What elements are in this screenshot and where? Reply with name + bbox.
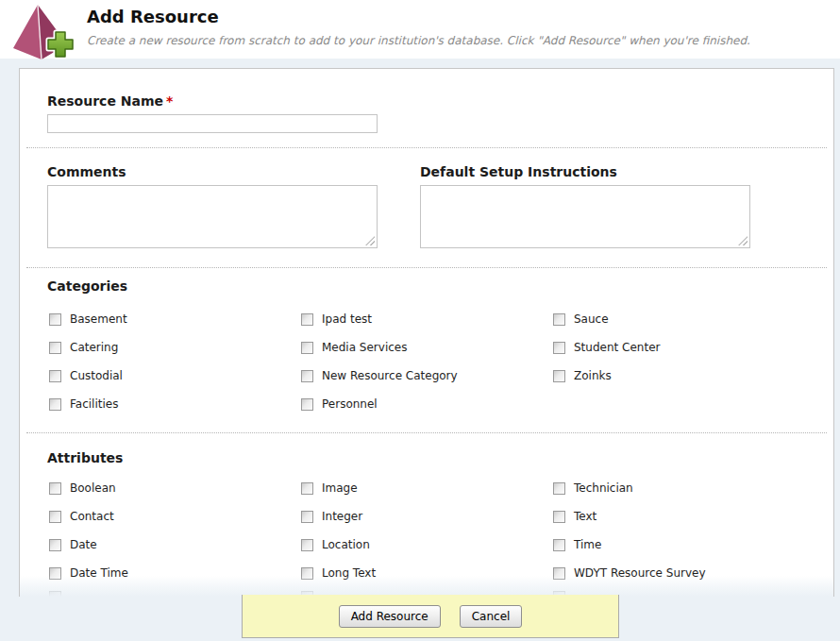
attribute-item: Technician	[553, 474, 805, 502]
category-item: Sauce	[553, 305, 805, 333]
category-item: Ipad test	[301, 305, 553, 333]
resource-name-label: Resource Name*	[47, 93, 173, 109]
footer-action-bar: Add Resource Cancel	[242, 595, 619, 638]
category-checkbox[interactable]	[553, 370, 565, 382]
add-resource-button[interactable]: Add Resource	[339, 605, 441, 628]
category-label: Media Services	[322, 341, 407, 354]
attribute-checkbox[interactable]	[49, 539, 61, 551]
section-separator	[26, 147, 827, 148]
category-label: Basement	[70, 312, 127, 326]
attribute-item: Date Time	[49, 559, 301, 587]
attribute-checkbox[interactable]	[49, 567, 61, 580]
comments-label: Comments	[47, 164, 126, 179]
category-item: Custodial	[49, 362, 301, 390]
attribute-checkbox[interactable]	[301, 567, 313, 580]
section-separator	[26, 432, 827, 433]
attribute-checkbox[interactable]	[301, 539, 313, 551]
attribute-label: WDYT Resource Survey	[574, 566, 706, 580]
attribute-checkbox[interactable]	[553, 539, 565, 551]
category-checkbox[interactable]	[553, 313, 565, 326]
attribute-label: Technician	[574, 481, 633, 495]
attribute-label: Location	[322, 538, 370, 551]
category-label: Custodial	[70, 369, 123, 382]
attributes-heading: Attributes	[47, 450, 123, 465]
attribute-item: Date	[49, 531, 301, 559]
attribute-item: Long Text	[301, 559, 553, 587]
default-setup-instructions-textarea[interactable]	[420, 185, 750, 248]
attribute-label: Integer	[322, 510, 362, 523]
required-asterisk: *	[166, 93, 173, 109]
resource-name-input[interactable]	[47, 114, 378, 133]
form-panel: Resource Name* Comments Default Setup In…	[19, 68, 834, 597]
attribute-item: Boolean	[49, 474, 301, 502]
category-checkbox[interactable]	[301, 398, 313, 411]
category-checkbox[interactable]	[301, 313, 313, 326]
cancel-button[interactable]: Cancel	[460, 605, 523, 628]
category-item: Basement	[49, 305, 301, 333]
attribute-label: Date Time	[70, 566, 128, 580]
attribute-label: Text	[574, 510, 596, 523]
category-checkbox[interactable]	[49, 370, 61, 382]
category-checkbox[interactable]	[301, 370, 313, 382]
attribute-item: Text	[553, 502, 805, 531]
categories-grid: Basement Catering Custodial Facilities I…	[49, 305, 805, 418]
attribute-label: Date	[70, 538, 97, 551]
attribute-label: Contact	[70, 510, 114, 523]
attribute-label: Image	[322, 481, 358, 495]
category-checkbox[interactable]	[301, 342, 313, 354]
attributes-grid: Boolean Contact Date Date Time Image Int…	[49, 474, 805, 587]
category-item: Media Services	[301, 333, 553, 362]
category-item: New Resource Category	[301, 362, 553, 390]
category-checkbox[interactable]	[49, 342, 61, 354]
category-label: Facilities	[70, 397, 118, 411]
section-separator	[26, 267, 827, 268]
category-item: Zoinks	[553, 362, 805, 390]
attribute-label: Boolean	[70, 481, 116, 495]
page-subtitle: Create a new resource from scratch to ad…	[87, 34, 750, 47]
attribute-checkbox[interactable]	[49, 591, 61, 597]
category-item: Student Center	[553, 333, 805, 362]
page-title: Add Resource	[87, 7, 219, 26]
pyramid-with-plus-icon	[11, 2, 74, 62]
attribute-item: Integer	[301, 502, 553, 531]
attribute-item: Time	[553, 531, 805, 559]
categories-heading: Categories	[47, 278, 127, 294]
attribute-checkbox[interactable]	[49, 482, 61, 495]
category-label: Personnel	[322, 397, 378, 411]
category-label: Zoinks	[574, 369, 612, 382]
default-setup-instructions-label: Default Setup Instructions	[420, 164, 617, 179]
category-label: Ipad test	[322, 312, 372, 326]
category-checkbox[interactable]	[49, 313, 61, 326]
page-background: Add Resource Create a new resource from …	[0, 0, 840, 641]
attribute-checkbox[interactable]	[49, 511, 61, 523]
attribute-label: Time	[574, 538, 601, 551]
category-label: New Resource Category	[322, 369, 458, 382]
attribute-label: Long Text	[322, 566, 376, 580]
category-label: Catering	[70, 341, 118, 354]
category-label: Sauce	[574, 312, 609, 326]
attribute-checkbox[interactable]	[301, 511, 313, 523]
attribute-checkbox[interactable]	[553, 567, 565, 580]
comments-textarea[interactable]	[47, 185, 378, 248]
attribute-item: Contact	[49, 502, 301, 531]
attribute-item: Image	[301, 474, 553, 502]
attribute-item: WDYT Resource Survey	[553, 559, 805, 587]
category-label: Student Center	[574, 341, 660, 354]
category-checkbox[interactable]	[49, 398, 61, 411]
attribute-checkbox[interactable]	[553, 482, 565, 495]
attribute-item: Location	[301, 531, 553, 559]
category-item: Catering	[49, 333, 301, 362]
category-item: Facilities	[49, 390, 301, 418]
category-checkbox[interactable]	[553, 342, 565, 354]
category-item: Personnel	[301, 390, 553, 418]
app-header: Add Resource Create a new resource from …	[0, 0, 840, 59]
attribute-checkbox[interactable]	[301, 482, 313, 495]
attribute-checkbox[interactable]	[553, 511, 565, 523]
